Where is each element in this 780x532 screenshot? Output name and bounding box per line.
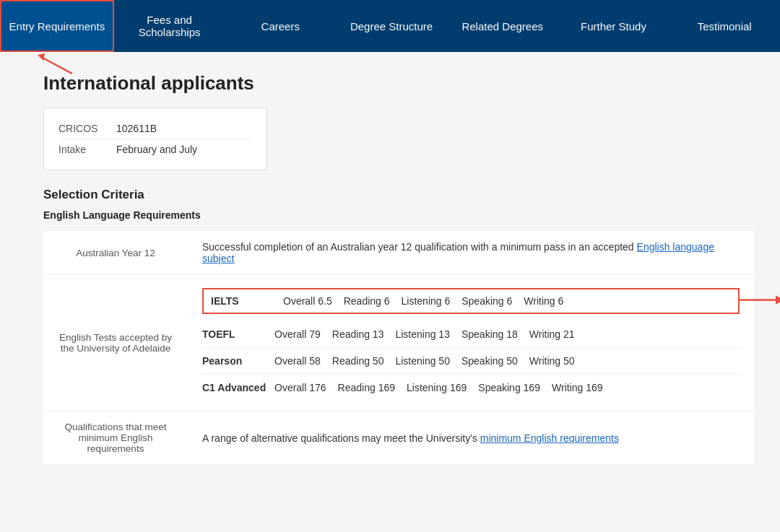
table-row: Qualifications that meet minimum English…: [43, 411, 754, 465]
score-toefl-speaking: Speaking 18: [462, 328, 518, 340]
score-pearson-speaking: Speaking 50: [462, 355, 518, 367]
test-name-c1advanced: C1 Advanced: [202, 382, 274, 393]
test-row-toefl: TOEFLOverall 79Reading 13Listening 13Spe…: [202, 321, 740, 348]
test-row-ielts: IELTSOverall 6.5Reading 6Listening 6Spea…: [202, 288, 740, 314]
score-pearson-writing: Writing 50: [529, 355, 575, 367]
test-scores-pearson: Overall 58Reading 50Listening 50Speaking…: [274, 355, 575, 367]
test-scores-c1advanced: Overall 176Reading 169Listening 169Speak…: [274, 382, 603, 393]
score-c1advanced-listening: Listening 169: [407, 382, 467, 393]
nav-item-entry-requirements[interactable]: Entry Requirements: [0, 0, 114, 52]
minimum-english-link[interactable]: minimum English requirements: [480, 432, 619, 444]
nav-item-careers[interactable]: Careers: [225, 0, 336, 52]
cricos-value: 102611B: [116, 123, 157, 134]
test-name-ielts: IELTS: [211, 295, 283, 307]
score-ielts-overall: Overall 6.5: [283, 295, 332, 307]
svg-line-0: [41, 57, 72, 74]
score-toefl-reading: Reading 13: [332, 328, 384, 340]
test-scores-toefl: Overall 79Reading 13Listening 13Speaking…: [274, 328, 575, 340]
score-toefl-listening: Listening 13: [395, 328, 450, 340]
intake-label: Intake: [58, 144, 102, 155]
table-row: English Tests accepted by the University…: [43, 275, 754, 411]
table-row: Australian Year 12Successful completion …: [43, 231, 754, 275]
page-title: International applicants: [43, 72, 754, 95]
row-content-1: IELTSOverall 6.5Reading 6Listening 6Spea…: [188, 275, 754, 411]
score-c1advanced-writing: Writing 169: [552, 382, 603, 393]
score-ielts-speaking: Speaking 6: [462, 295, 512, 307]
svg-marker-3: [776, 296, 780, 305]
test-row-pearson: PearsonOverall 58Reading 50Listening 50S…: [202, 348, 740, 375]
row-text-0: Successful completion of an Australian y…: [202, 241, 740, 264]
nav-item-degree-structure[interactable]: Degree Structure: [336, 0, 447, 52]
requirements-table: Australian Year 12Successful completion …: [43, 231, 754, 464]
score-ielts-reading: Reading 6: [344, 295, 390, 307]
navigation: Entry RequirementsFees and ScholarshipsC…: [0, 0, 780, 52]
nav-item-further-study[interactable]: Further Study: [558, 0, 670, 52]
nav-arrow-annotation: [38, 53, 74, 77]
row-label-0: Australian Year 12: [43, 231, 188, 275]
score-c1advanced-overall: Overall 176: [274, 382, 326, 393]
selection-criteria-heading: Selection Criteria: [43, 188, 754, 202]
ielts-arrow-annotation: [738, 289, 780, 313]
test-name-toefl: TOEFL: [202, 328, 274, 340]
intake-value: February and July: [116, 144, 197, 155]
score-pearson-overall: Overall 58: [274, 355, 321, 367]
test-scores-ielts: Overall 6.5Reading 6Listening 6Speaking …: [283, 295, 563, 307]
intake-row: Intake February and July: [58, 139, 252, 160]
english-language-link[interactable]: English language subject: [202, 241, 714, 264]
row-label-2: Qualifications that meet minimum English…: [43, 411, 188, 465]
nav-item-fees-scholarships[interactable]: Fees and Scholarships: [114, 0, 225, 52]
score-c1advanced-reading: Reading 169: [338, 382, 395, 393]
score-ielts-writing: Writing 6: [524, 295, 563, 307]
info-box: CRICOS 102611B Intake February and July: [43, 108, 267, 170]
score-pearson-reading: Reading 50: [332, 355, 384, 367]
svg-marker-1: [38, 53, 45, 61]
score-c1advanced-speaking: Speaking 169: [478, 382, 540, 393]
row-content-2: A range of alternative qualifications ma…: [188, 411, 754, 465]
test-name-pearson: Pearson: [202, 355, 274, 367]
english-requirements-heading: English Language Requirements: [43, 209, 754, 221]
row-label-1: English Tests accepted by the University…: [43, 275, 188, 411]
cricos-label: CRICOS: [58, 123, 102, 134]
score-pearson-listening: Listening 50: [395, 355, 450, 367]
main-content: International applicants CRICOS 102611B …: [0, 52, 780, 493]
score-toefl-writing: Writing 21: [529, 328, 575, 340]
score-ielts-listening: Listening 6: [402, 295, 451, 307]
row-text-2: A range of alternative qualifications ma…: [202, 432, 740, 444]
cricos-row: CRICOS 102611B: [58, 118, 252, 139]
tests-container: IELTSOverall 6.5Reading 6Listening 6Spea…: [202, 288, 740, 401]
score-toefl-overall: Overall 79: [274, 328, 321, 340]
nav-item-related-degrees[interactable]: Related Degrees: [447, 0, 558, 52]
nav-item-testimonial[interactable]: Testimonial: [669, 0, 780, 52]
test-row-c1advanced: C1 AdvancedOverall 176Reading 169Listeni…: [202, 375, 740, 401]
row-content-0: Successful completion of an Australian y…: [188, 231, 754, 275]
